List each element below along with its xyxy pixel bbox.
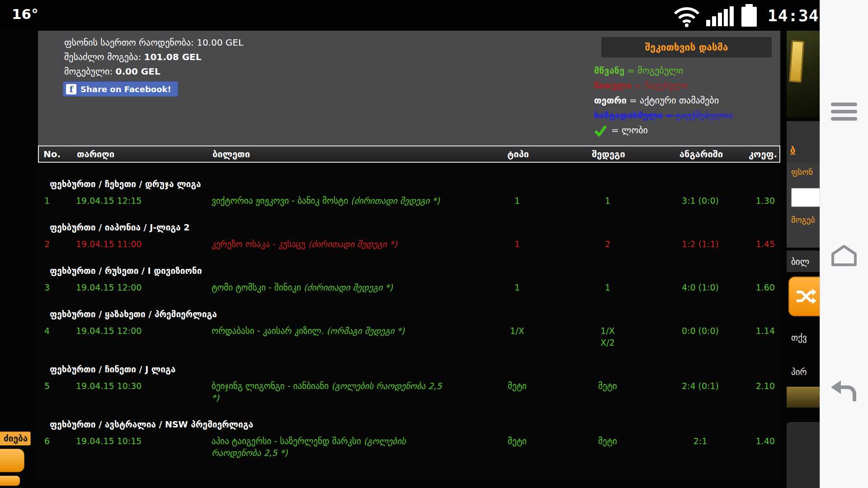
- summary-section: ფსონის საერთო რაოდენობა: 10.00 GEL შესაძ…: [38, 31, 780, 145]
- col-header-type: ტიპი: [473, 149, 563, 160]
- row-number: 1: [38, 195, 74, 206]
- row-bet-type: (ორმაგი შედეგი *): [327, 326, 405, 336]
- legend-lobby: = ლობი: [594, 123, 733, 138]
- row-score: 1:2 (1:1): [653, 238, 748, 250]
- legend-lost: წითელი = წაგებული: [594, 78, 733, 93]
- row-coef: 1.30: [748, 195, 780, 206]
- status-bar: 16° 14:34: [0, 0, 820, 31]
- orange-side-button[interactable]: [0, 449, 24, 472]
- won-value: 0.00 GEL: [116, 66, 160, 77]
- row-number: 4: [38, 325, 74, 337]
- sidebar-gold-bar: [787, 387, 820, 408]
- sidebar-bottom-panel: [787, 422, 820, 488]
- row-match: აპია ტაიგერსი - საზერლენდ შარკსი: [212, 436, 361, 446]
- sidebar-tickets-item[interactable]: ბილ: [787, 250, 820, 272]
- row-match: კერეზო ოსაკა - კუსაცუ: [212, 239, 305, 249]
- shuffle-icon: [796, 286, 816, 307]
- row-number: 5: [38, 380, 74, 392]
- table-row[interactable]: 5 19.04.15 10:30 ბეიჯინგ ლიგონგი - იანბი…: [38, 377, 780, 407]
- table-body: ფეხბურთი / ჩეხეთი / დრუჯა ლიგა 1 19.04.1…: [38, 163, 780, 480]
- table-row[interactable]: 4 19.04.15 12:00 ორდაბასი - კაისარ კიზილ…: [38, 322, 780, 352]
- facebook-icon: f: [66, 84, 76, 94]
- search-tab[interactable]: ძიება: [0, 432, 31, 446]
- row-date: 19.04.15 11:00: [74, 238, 210, 250]
- row-bet-type: (ძირითადი შედეგი *): [304, 282, 393, 292]
- site-right-column: ბ ფსონ მოგებ ბილ თქვ პირ: [787, 31, 820, 488]
- row-score: 4:0 (1:0): [653, 282, 748, 293]
- ask-question-button[interactable]: შეკითხვის დასმა: [601, 37, 772, 57]
- legend-lobby-text: = ლობი: [611, 123, 648, 138]
- row-number: 2: [38, 238, 74, 250]
- legend-won: მწვანე = მოგებული: [594, 63, 733, 78]
- wifi-icon: [674, 5, 700, 27]
- row-date: 19.04.15 10:15: [74, 435, 210, 447]
- col-header-date: თარიღი: [75, 149, 211, 160]
- row-ticket: ტომი ტომსკი - შინიკი (ძირითადი შედეგი *): [210, 282, 472, 293]
- row-date: 19.04.15 12:00: [74, 282, 210, 293]
- league-header: ფეხბურთი / იაპონია / J-ლიგა 2: [38, 220, 780, 235]
- league-header: ფეხბურთი / რუსეთი / I დივიზიონი: [38, 263, 780, 278]
- row-type: მეტი: [472, 435, 562, 447]
- sidebar-account-box: ფსონ მოგებ: [787, 163, 820, 248]
- sidebar-your-item[interactable]: თქვ: [791, 333, 807, 343]
- back-icon[interactable]: [830, 380, 858, 403]
- orange-side-button-2[interactable]: [0, 476, 20, 486]
- signal-bars-icon: [706, 6, 734, 26]
- sidebar-tabs: ბ: [787, 121, 820, 163]
- row-result: მეტი: [562, 435, 653, 447]
- row-ticket: ვიქტორია ჟიჟკოვი - ბანიკ მოსტი (ძირითადი…: [210, 195, 472, 206]
- legend-active-text: = აქტიური თამაშები: [629, 93, 719, 108]
- row-result-line2: X/2: [562, 337, 653, 348]
- table-row[interactable]: 1 19.04.15 12:15 ვიქტორია ჟიჟკოვი - ბანი…: [38, 192, 780, 210]
- table-row[interactable]: 2 19.04.15 11:00 კერეზო ოსაკა - კუსაცუ (…: [38, 235, 780, 253]
- col-header-coef: კოეფ.: [749, 149, 782, 160]
- table-row[interactable]: 6 19.04.15 10:15 აპია ტაიგერსი - საზერლე…: [38, 432, 780, 462]
- legend-cancelled: ხაზგადასმული = გაუქმებულია: [594, 108, 733, 123]
- facebook-share-button[interactable]: f Share on Facebook!: [63, 81, 178, 97]
- legend-lost-text: = წაგებული: [634, 78, 688, 93]
- table-header: No. თარიღი ბილეთი ტიპი შედეგი ანგარიში კ…: [38, 145, 780, 163]
- row-ticket: ბეიჯინგ ლიგონგი - იანბიანი (გოლების რაოდ…: [210, 380, 472, 404]
- legend-cancelled-text: = გაუქმებულია: [665, 108, 733, 123]
- legend-active-label: თეთრი: [594, 93, 627, 108]
- sidebar-tab-link[interactable]: ბ: [790, 145, 795, 155]
- total-bet-label: ფსონის საერთო რაოდენობა:: [64, 37, 194, 48]
- legend-lost-label: წითელი: [594, 78, 632, 93]
- row-score: 0:0 (0:0): [653, 325, 748, 337]
- col-header-result: შედეგი: [563, 149, 654, 160]
- legend-won-label: მწვანე: [594, 63, 624, 78]
- row-result: 1: [562, 195, 653, 206]
- promo-image[interactable]: [787, 31, 820, 117]
- row-coef: 1.40: [748, 435, 780, 447]
- row-type: 1: [472, 195, 562, 206]
- sidebar-input[interactable]: [791, 188, 820, 207]
- row-type: 1: [472, 282, 562, 293]
- row-score: 2:1: [653, 435, 748, 447]
- row-score: 2:4 (0:1): [653, 380, 748, 392]
- row-coef: 2.10: [748, 380, 780, 392]
- row-ticket: ორდაბასი - კაისარ კიზილ. (ორმაგი შედეგი …: [210, 325, 472, 337]
- home-icon[interactable]: [830, 244, 858, 267]
- checkmark-icon: [594, 125, 607, 136]
- row-match: ვიქტორია ჟიჟკოვი - ბანიკ მოსტი: [212, 196, 348, 206]
- league-header: ფეხბურთი / ჩინეთი / J ლიგა: [38, 361, 780, 377]
- total-bet-value: 10.00 GEL: [197, 37, 243, 48]
- table-row[interactable]: 3 19.04.15 12:00 ტომი ტომსკი - შინიკი (ძ…: [38, 278, 780, 296]
- row-coef: 1.60: [748, 282, 780, 293]
- menu-icon[interactable]: [831, 103, 857, 121]
- row-result: 2: [562, 238, 653, 250]
- row-date: 19.04.15 10:30: [74, 380, 210, 392]
- row-result: 1: [562, 282, 653, 293]
- possible-win-value: 101.08 GEL: [144, 52, 202, 62]
- league-header: ფეხბურთი / ჩეხეთი / დრუჯა ლიგა: [38, 176, 780, 192]
- row-number: 3: [38, 282, 74, 293]
- browser-content: ფსონის საერთო რაოდენობა: 10.00 GEL შესაძ…: [0, 31, 820, 488]
- status-legend: მწვანე = მოგებული წითელი = წაგებული თეთრ…: [594, 63, 733, 138]
- promo-gold-frame: [789, 40, 804, 83]
- row-date: 19.04.15 12:15: [74, 195, 210, 206]
- shuffle-button[interactable]: [788, 277, 820, 316]
- row-bet-type: (ძირითადი შედეგი *): [351, 196, 440, 206]
- account-summary: ფსონის საერთო რაოდენობა: 10.00 GEL შესაძ…: [64, 35, 243, 79]
- sidebar-personal-item[interactable]: პირ: [791, 367, 807, 377]
- row-bet-type: (ძირითადი შედეგი *): [308, 239, 397, 249]
